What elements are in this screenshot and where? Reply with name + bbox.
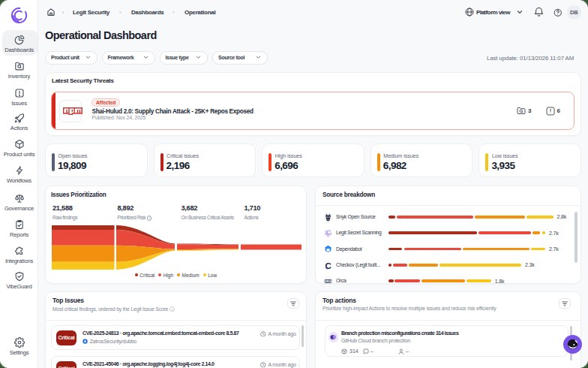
svg-text:ORCA: ORCA — [325, 280, 333, 283]
